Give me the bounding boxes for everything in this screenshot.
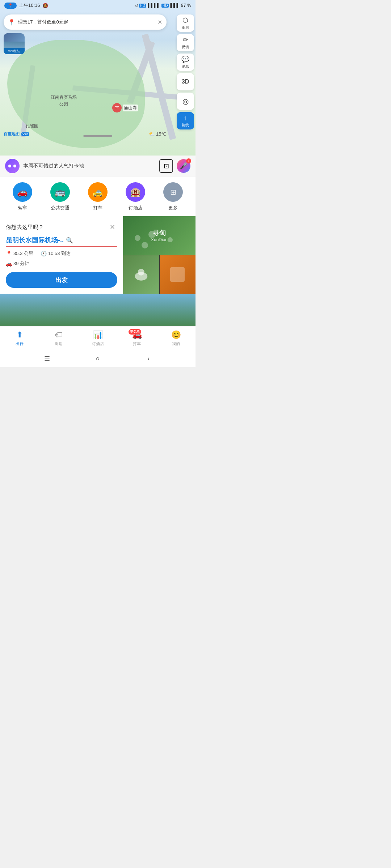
version-badge: V20 [21, 132, 29, 136]
photo-grid: 寻甸 XunDian [123, 216, 196, 294]
baidu-watermark: 百度地图 V20 [4, 131, 29, 137]
action-hotel[interactable]: 🏨 订酒店 [126, 182, 145, 211]
search-close-icon[interactable]: ✕ [157, 19, 162, 26]
svg-point-2 [168, 237, 173, 242]
nav-booking[interactable]: 📊 订酒店 [78, 328, 117, 349]
sys-back-button[interactable]: ‹ [143, 353, 154, 364]
weather-badge: ⛅ 15°C [149, 131, 167, 137]
back-icon: ‹ [147, 355, 150, 362]
destination-card: 你想去这里吗？ ✕ 昆明长水国际机场-.. 🔍 📍 35.3 公里 🕙 10:5… [0, 216, 123, 294]
dest-drive-info: 🚗 39 分钟 [6, 260, 117, 267]
dist-item: 📍 35.3 公里 [6, 250, 33, 257]
booking-nav-icon: 📊 [93, 330, 103, 340]
dest-close-button[interactable]: ✕ [107, 222, 117, 232]
nearby-nav-icon: 🏷 [55, 330, 63, 340]
action-taxi[interactable]: 🚕 打车 [88, 182, 108, 211]
3d-button[interactable]: 3D [177, 73, 194, 90]
ai-scan-button[interactable]: ⊡ [159, 159, 173, 173]
photo-sheep [129, 261, 154, 288]
route-button[interactable]: ↑ 路线 [177, 112, 194, 129]
map-sidebar: ⬡ 图层 ✏ 反馈 💬 消息 3D ◎ ↑ 路线 [177, 14, 194, 129]
center-icon: ◎ [182, 97, 189, 106]
taxi-badge: 享免单 [129, 329, 141, 335]
mic-icon: 🎤 [180, 162, 188, 170]
feedback-button[interactable]: ✏ 反馈 [177, 34, 194, 51]
signal-icon-2: ▌▌▌ [170, 3, 180, 8]
destination-section: 你想去这里吗？ ✕ 昆明长水国际机场-.. 🔍 📍 35.3 公里 🕙 10:5… [0, 216, 196, 294]
booking-nav-label: 订酒店 [92, 341, 104, 346]
clock-icon: 🕙 [41, 251, 47, 256]
nav-taxi[interactable]: 🚗 享免单 打车 [117, 328, 156, 349]
profile-nav-icon: 😊 [171, 330, 181, 340]
bottom-preview [0, 294, 196, 326]
map-road [142, 34, 176, 140]
photo-bottom-left [123, 255, 159, 294]
sys-menu-button[interactable]: ☰ [41, 353, 53, 364]
nav-nearby[interactable]: 🏷 周边 [39, 328, 78, 349]
ai-mic-button[interactable]: 🎤 1 [177, 159, 190, 173]
more-icon: ⊞ [170, 188, 176, 196]
taxi-icon-bg: 🚕 [88, 182, 108, 202]
ai-avatar [5, 159, 20, 173]
3d-label: 3D [182, 78, 189, 85]
more-icon-bg: ⊞ [163, 182, 183, 202]
map-park-label: 江南春赛马场 公园 [51, 94, 77, 108]
user-avatar[interactable]: V20登陆 [4, 33, 25, 54]
action-transit[interactable]: 🚌 公共交通 [50, 182, 70, 211]
battery-level: 97 [181, 3, 186, 8]
svg-point-3 [142, 242, 148, 248]
search-location-icon: 📍 [8, 19, 15, 26]
system-nav-bar: ☰ ○ ‹ [0, 350, 196, 367]
scan-icon: ⊡ [164, 162, 169, 170]
map-search-bar[interactable]: 📍 理想L7，首付低至0元起 ✕ [4, 14, 167, 30]
dest-name: 昆明长水国际机场-.. 🔍 [6, 236, 117, 247]
drive-icon: 🚗 [17, 187, 28, 197]
action-drive[interactable]: 🚗 驾车 [13, 182, 32, 211]
route-up-icon: ↑ [184, 114, 187, 122]
svg-point-5 [138, 269, 144, 276]
hotel-icon-bg: 🏨 [126, 182, 145, 202]
dest-header: 你想去这里吗？ ✕ [6, 222, 117, 232]
feedback-label: 反馈 [182, 44, 189, 50]
dnd-icon: 🔕 [42, 3, 48, 8]
ai-search-row[interactable]: 本周不可错过的人气打卡地 ⊡ 🎤 1 [0, 156, 196, 176]
mic-badge: 1 [186, 158, 191, 163]
nav-profile[interactable]: 😊 我的 [156, 328, 196, 349]
status-bar: 📍 上午10:16 🔕 ◁ HD ▌▌▌▌ HD ▌▌▌ 97% [0, 0, 196, 11]
location-center-button[interactable]: ◎ [177, 93, 194, 110]
photo-card[interactable]: 寻甸 XunDian [123, 216, 196, 294]
map-scale-bar [83, 135, 112, 137]
hotel-icon: 🏨 [130, 187, 141, 197]
ai-eye-left [8, 165, 11, 167]
dest-distance-info: 📍 35.3 公里 🕙 10:53 到达 [6, 250, 117, 257]
map-garden-label: 孔雀园 [25, 123, 38, 129]
route-label: 路线 [182, 123, 189, 128]
status-time: 上午10:16 [19, 2, 40, 9]
ai-eye-right [13, 165, 16, 167]
dist-value: 35.3 公里 [13, 250, 33, 257]
message-button[interactable]: 💬 消息 [177, 54, 194, 71]
depart-button[interactable]: 出发 [6, 272, 117, 288]
photo-decoration [123, 216, 196, 255]
message-icon: 💬 [181, 55, 189, 63]
preview-overlay [0, 294, 196, 326]
signal-icon: ▌▌▌▌ [148, 3, 160, 8]
action-more[interactable]: ⊞ 更多 [163, 182, 183, 211]
map-temple-poi[interactable]: ⛩ 庙山寺 [112, 103, 138, 112]
search-text: 理想L7，首付低至0元起 [18, 19, 155, 25]
hotel-label: 订酒店 [129, 205, 143, 211]
feedback-icon: ✏ [183, 36, 188, 44]
location-icon-status: ◁ [135, 3, 138, 8]
bottom-panel: 本周不可错过的人气打卡地 ⊡ 🎤 1 🚗 驾车 🚌 公共交通 🚕 打车 [0, 156, 196, 326]
sys-home-button[interactable]: ○ [92, 353, 104, 364]
layers-button[interactable]: ⬡ 图层 [177, 14, 194, 32]
map-area[interactable]: 江南春赛马场 公园 孔雀园 ⛩ 庙山寺 📍 理想L7，首付低至0元起 ✕ V20… [0, 11, 196, 156]
ai-search-text[interactable]: 本周不可错过的人气打卡地 [23, 163, 156, 169]
taxi-icon: 🚕 [92, 187, 103, 197]
dist-icon: 📍 [6, 251, 12, 256]
dest-search-icon[interactable]: 🔍 [66, 237, 73, 244]
nav-travel[interactable]: ⬆ 出行 [0, 328, 39, 349]
status-left: 📍 上午10:16 🔕 [4, 2, 48, 9]
dest-question: 你想去这里吗？ [6, 224, 44, 231]
avatar-label: V20登陆 [4, 48, 25, 54]
